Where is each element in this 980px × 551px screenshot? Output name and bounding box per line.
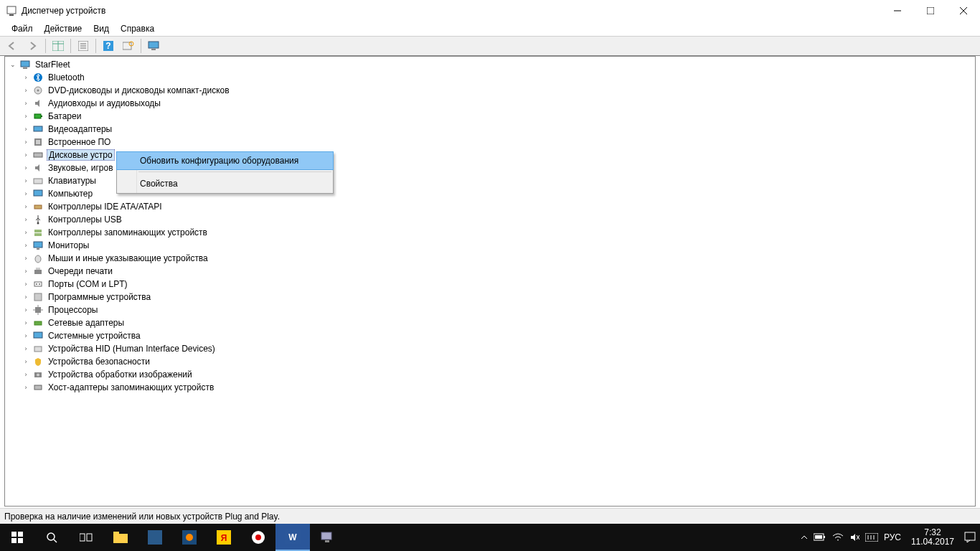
tree-item[interactable]: ›Видеоадаптеры — [8, 123, 975, 136]
expand-icon[interactable]: › — [21, 279, 31, 289]
expand-icon[interactable]: › — [21, 227, 31, 237]
maximize-button[interactable] — [914, 0, 947, 22]
start-button[interactable] — [0, 524, 34, 551]
expand-icon[interactable]: › — [21, 215, 31, 225]
expand-icon[interactable]: › — [21, 240, 31, 250]
tree-item[interactable]: ›Мыши и иные указывающие устройства — [8, 252, 975, 265]
tree-item-label: Устройства безопасности — [47, 356, 151, 367]
yandex-app[interactable]: Я — [207, 524, 241, 551]
tree-item[interactable]: ›Встроенное ПО — [8, 136, 975, 149]
tree-item[interactable]: ›Сетевые адаптеры — [8, 316, 975, 329]
svg-rect-76 — [325, 540, 329, 542]
tree-item[interactable]: ›Процессоры — [8, 303, 975, 316]
toolbar-properties-icon[interactable] — [75, 38, 92, 54]
tree-item[interactable]: ›DVD-дисководы и дисководы компакт-диско… — [8, 84, 975, 97]
taskview-button[interactable] — [69, 524, 103, 551]
tree-item[interactable]: ›Хост-адаптеры запоминающих устройств — [8, 381, 975, 394]
menu-view[interactable]: Вид — [88, 22, 115, 35]
toolbar-scan-icon[interactable] — [120, 38, 137, 54]
svg-rect-44 — [34, 293, 42, 301]
expand-icon[interactable]: › — [21, 124, 31, 134]
expand-icon[interactable]: › — [21, 72, 31, 83]
tree-item[interactable]: ›Системные устройства — [8, 329, 975, 342]
tree-item-label: Компьютер — [47, 188, 94, 199]
tree-root[interactable]: ⌄ StarFleet — [8, 58, 975, 71]
expand-icon[interactable]: › — [21, 202, 31, 212]
back-button[interactable] — [4, 38, 22, 54]
expand-icon[interactable]: › — [21, 163, 31, 173]
svg-rect-37 — [37, 248, 39, 250]
expand-icon[interactable]: › — [21, 176, 31, 186]
minimize-button[interactable] — [881, 0, 914, 22]
app-2[interactable] — [172, 524, 207, 551]
expand-icon[interactable]: › — [21, 369, 31, 380]
expand-icon[interactable]: › — [21, 98, 31, 108]
expand-icon[interactable]: › — [21, 150, 31, 160]
expand-icon[interactable]: › — [21, 253, 31, 263]
tree-item-label: Видеоадаптеры — [47, 123, 113, 135]
forward-button[interactable] — [24, 38, 42, 54]
language-indicator[interactable]: РУС — [884, 532, 901, 542]
volume-tray-icon[interactable] — [849, 532, 859, 542]
expand-icon[interactable]: › — [21, 137, 31, 147]
search-button[interactable] — [34, 524, 69, 551]
expand-icon[interactable]: › — [21, 344, 31, 354]
expand-icon[interactable]: › — [21, 292, 31, 302]
tray-chevron-icon[interactable] — [801, 534, 808, 541]
tree-item[interactable]: ›Контроллеры запоминающих устройств — [8, 226, 975, 239]
device-tree[interactable]: ⌄ StarFleet ›Bluetooth ›DVD-дисководы и … — [5, 57, 975, 394]
tree-item[interactable]: ›Мониторы — [8, 239, 975, 252]
svg-text:W: W — [288, 532, 297, 542]
svg-rect-19 — [21, 61, 29, 67]
svg-rect-36 — [34, 242, 42, 248]
expand-icon[interactable]: › — [21, 85, 31, 95]
battery-tray-icon[interactable] — [814, 533, 826, 542]
tree-item[interactable]: ›Батареи — [8, 110, 975, 123]
expand-icon[interactable]: › — [21, 331, 31, 341]
tree-item[interactable]: ›Bluetooth — [8, 71, 975, 84]
toolbar-monitor-icon[interactable] — [145, 38, 162, 54]
keyboard-tray-icon[interactable] — [865, 533, 878, 542]
notifications-tray-icon[interactable] — [964, 532, 976, 543]
tray-clock[interactable]: 7:32 11.04.2017 — [907, 528, 958, 547]
context-scan-hardware[interactable]: Обновить конфигурацию оборудования — [116, 151, 334, 170]
explorer-app[interactable] — [103, 524, 138, 551]
expand-icon[interactable]: › — [21, 305, 31, 315]
statusbar: Проверка на наличие изменений или новых … — [0, 508, 980, 524]
device-manager-app[interactable] — [310, 524, 344, 551]
expand-icon[interactable]: › — [21, 266, 31, 276]
menu-action[interactable]: Действие — [39, 22, 88, 35]
close-button[interactable] — [947, 0, 980, 22]
expand-icon[interactable]: › — [21, 111, 31, 121]
tree-item[interactable]: ›Программные устройства — [8, 291, 975, 303]
titlebar: Диспетчер устройств — [0, 0, 980, 22]
tree-item[interactable]: ›Контроллеры USB — [8, 213, 975, 226]
tree-item[interactable]: ›Устройства HID (Human Interface Devices… — [8, 342, 975, 355]
toolbar-help-icon[interactable]: ? — [100, 38, 117, 54]
svg-rect-18 — [151, 49, 156, 50]
expand-icon[interactable]: › — [21, 189, 31, 199]
wifi-tray-icon[interactable] — [832, 533, 844, 542]
expand-icon[interactable]: › — [21, 318, 31, 328]
imaging-icon — [32, 369, 44, 380]
tree-item[interactable]: ›Контроллеры IDE ATA/ATAPI — [8, 200, 975, 213]
context-properties[interactable]: Свойства — [117, 174, 333, 193]
toolbar-detail-icon[interactable] — [50, 38, 67, 54]
tree-item[interactable]: ›Аудиовходы и аудиовыходы — [8, 97, 975, 110]
tree-item[interactable]: ›Порты (COM и LPT) — [8, 278, 975, 291]
expand-icon[interactable]: › — [21, 382, 31, 392]
svg-rect-24 — [34, 114, 41, 118]
tree-item-label: Дисковые устро — [47, 149, 115, 161]
taskbar: Я W РУС 7:32 11.04.2017 — [0, 524, 980, 551]
menu-help[interactable]: Справка — [115, 22, 160, 35]
word-app[interactable]: W — [275, 524, 310, 551]
collapse-icon[interactable]: ⌄ — [8, 60, 18, 70]
tree-item-label: Программные устройства — [47, 291, 152, 303]
browser-app[interactable] — [241, 524, 275, 551]
expand-icon[interactable]: › — [21, 357, 31, 367]
tree-item[interactable]: ›Устройства обработки изображений — [8, 368, 975, 381]
menu-file[interactable]: Файл — [6, 22, 39, 35]
tree-item[interactable]: ›Устройства безопасности — [8, 355, 975, 368]
app-1[interactable] — [138, 524, 172, 551]
tree-item[interactable]: ›Очереди печати — [8, 265, 975, 278]
